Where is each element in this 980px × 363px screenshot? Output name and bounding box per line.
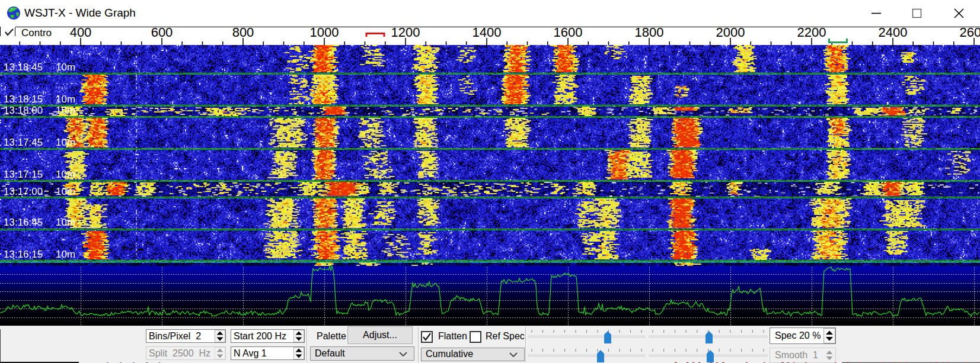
svg-text:1800: 1800: [635, 27, 664, 40]
svg-text:2600: 2600: [960, 27, 980, 40]
svg-text:2400: 2400: [879, 27, 908, 40]
svg-text:800: 800: [232, 27, 254, 40]
svg-text:1400: 1400: [473, 27, 502, 40]
svg-text:2000: 2000: [716, 27, 745, 40]
svg-text:Contro: Contro: [21, 27, 52, 38]
svg-text:1200: 1200: [391, 27, 420, 40]
svg-text:1000: 1000: [310, 27, 339, 40]
svg-text:1600: 1600: [554, 27, 583, 40]
svg-text:600: 600: [151, 27, 173, 40]
svg-text:400: 400: [70, 27, 92, 40]
svg-text:2200: 2200: [797, 27, 826, 40]
